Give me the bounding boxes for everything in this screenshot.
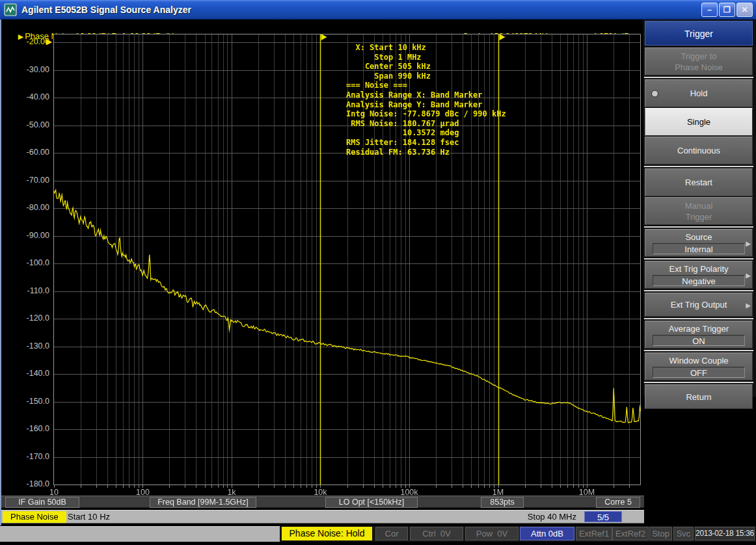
- app-window: Agilent E5052B Signal Source Analyzer – …: [0, 0, 756, 545]
- submenu-arrow-icon: ▶: [746, 237, 751, 248]
- restore-button[interactable]: ❐: [719, 3, 735, 17]
- y-axis-label: -80.00: [3, 203, 49, 212]
- y-axis-label: -60.00: [3, 148, 49, 157]
- sweep-start-label: Start 10 Hz: [68, 512, 110, 522]
- y-axis-label: -160.0: [3, 424, 49, 433]
- softkey-label: Ext Trig Output: [671, 299, 727, 310]
- softkey-single[interactable]: Single: [645, 108, 753, 136]
- softkey-separator: [644, 350, 753, 351]
- clock: 2013-02-18 15:36: [695, 527, 755, 540]
- softkey-separator: [644, 166, 753, 167]
- y-axis-label: -100.0: [3, 258, 49, 267]
- softkey-label: Trigger to Phase Noise: [675, 51, 723, 73]
- status-indicator-attn-0db: Attn 0dB: [520, 527, 574, 540]
- y-axis-label: -180.0: [3, 479, 49, 488]
- titlebar: Agilent E5052B Signal Source Analyzer – …: [0, 0, 756, 20]
- softkey-source[interactable]: SourceInternal▶: [645, 229, 753, 257]
- settings-segment: 853pts: [481, 497, 524, 508]
- softkey-separator: [644, 290, 753, 291]
- submenu-arrow-icon: ▶: [746, 269, 751, 280]
- measurement-display: ▶Phase Noise 10.00dB/ Ref -20.00dBc/Hz ┬…: [0, 20, 643, 525]
- window-controls: – ❐ ✕: [701, 3, 753, 17]
- window-title: Agilent E5052B Signal Source Analyzer: [21, 5, 191, 15]
- status-indicator-extref2: ExtRef2: [612, 527, 649, 540]
- status-bar: Phase Noise: Hold 2013-02-18 15:36 CorCt…: [0, 526, 756, 542]
- softkey-menu-title: Trigger: [645, 21, 753, 46]
- softkey-hold[interactable]: Hold: [645, 79, 753, 107]
- softkey-label: Manual Trigger: [685, 200, 713, 222]
- status-indicator-cor: Cor: [375, 527, 408, 540]
- y-axis-label: -70.00: [3, 176, 49, 185]
- softkey-continuous[interactable]: Continuous: [645, 137, 753, 165]
- y-axis-label: -50.00: [3, 120, 49, 129]
- status-indicator-stop: Stop: [649, 527, 672, 540]
- status-indicator-pow-0v: Pow 0V: [465, 527, 519, 540]
- minimize-button[interactable]: –: [701, 3, 718, 17]
- softkey-value: Internal: [653, 243, 744, 254]
- softkey-separator: [644, 226, 753, 228]
- y-axis-label: -110.0: [3, 286, 49, 295]
- softkey-value: OFF: [653, 367, 744, 378]
- softkey-average-trigger[interactable]: Average TriggerON: [645, 321, 753, 349]
- softkey-trigger-to-phase-noise[interactable]: Trigger to Phase Noise: [645, 47, 753, 75]
- page-indicator[interactable]: 5/5: [584, 511, 622, 522]
- softkey-value: ON: [653, 335, 744, 346]
- softkey-label: Return: [686, 392, 711, 403]
- noise-analysis-readout: X: Start 10 kHz Stop 1 MHz Center 505 kH…: [346, 43, 506, 157]
- measurement-settings-bar: IF Gain 50dBFreq Band [99M-1.5GHz]LO Opt…: [1, 496, 644, 508]
- submenu-arrow-icon: ▶: [746, 299, 751, 310]
- softkey-menu: Trigger Trigger to Phase NoiseHoldSingle…: [643, 20, 756, 397]
- softkey-label: Ext Trig Polarity: [669, 263, 728, 274]
- y-axis-label: -140.0: [3, 369, 49, 378]
- y-axis-label: -150.0: [3, 397, 49, 406]
- softkey-label: Continuous: [677, 145, 720, 156]
- statusbar-message-area: [0, 526, 280, 542]
- settings-segment: LO Opt [<150kHz]: [325, 497, 418, 508]
- close-button[interactable]: ✕: [736, 3, 753, 17]
- softkey-separator: [644, 258, 753, 259]
- sweep-range-bar: Phase Noise Start 10 Hz Stop 40 MHz 5/5: [1, 510, 644, 524]
- softkey-manual-trigger[interactable]: Manual Trigger: [645, 197, 753, 225]
- app-icon: [4, 3, 17, 16]
- y-axis-label: -170.0: [3, 452, 49, 461]
- status-indicator-ctrl-0v: Ctrl 0V: [410, 527, 463, 540]
- y-axis-label: -130.0: [3, 341, 49, 351]
- y-axis-label: -20.00: [3, 37, 49, 46]
- y-axis-label: -40.00: [3, 92, 49, 101]
- softkey-separator: [644, 382, 753, 383]
- status-indicator-svc: Svc: [673, 527, 694, 540]
- softkey-label: Source: [685, 232, 712, 243]
- y-axis-label: -30.00: [3, 65, 49, 74]
- softkey-ext-trig-polarity[interactable]: Ext Trig PolarityNegative▶: [645, 261, 753, 289]
- softkey-return[interactable]: Return: [645, 384, 753, 409]
- softkey-separator: [644, 77, 753, 78]
- softkey-label: Restart: [685, 177, 712, 188]
- status-indicator-extref1: ExtRef1: [576, 527, 612, 540]
- softkey-label: Window Couple: [669, 355, 728, 366]
- settings-segment: Corre 5: [596, 497, 640, 508]
- y-axis-label: -90.00: [3, 231, 49, 240]
- y-axis-label: -120.0: [3, 313, 49, 323]
- softkey-ext-trig-output[interactable]: Ext Trig Output▶: [645, 293, 753, 317]
- softkey-separator: [644, 318, 753, 319]
- softkey-value: Negative: [653, 275, 744, 286]
- softkey-label: Average Trigger: [669, 323, 729, 334]
- softkey-label: Single: [687, 116, 710, 127]
- softkey-buttons: Trigger to Phase NoiseHoldSingleContinuo…: [643, 47, 756, 409]
- softkey-window-couple[interactable]: Window CoupleOFF: [645, 352, 753, 380]
- sweep-stop-label: Stop 40 MHz: [528, 512, 576, 522]
- active-trace-chip: Phase Noise: [3, 511, 66, 523]
- measurement-state-chip: Phase Noise: Hold: [282, 527, 372, 540]
- settings-segment: Freq Band [99M-1.5GHz]: [150, 497, 256, 508]
- softkey-label: Hold: [690, 88, 708, 99]
- settings-segment: IF Gain 50dB: [5, 497, 79, 508]
- softkey-restart[interactable]: Restart: [645, 168, 753, 196]
- selected-radio-icon: [651, 90, 658, 97]
